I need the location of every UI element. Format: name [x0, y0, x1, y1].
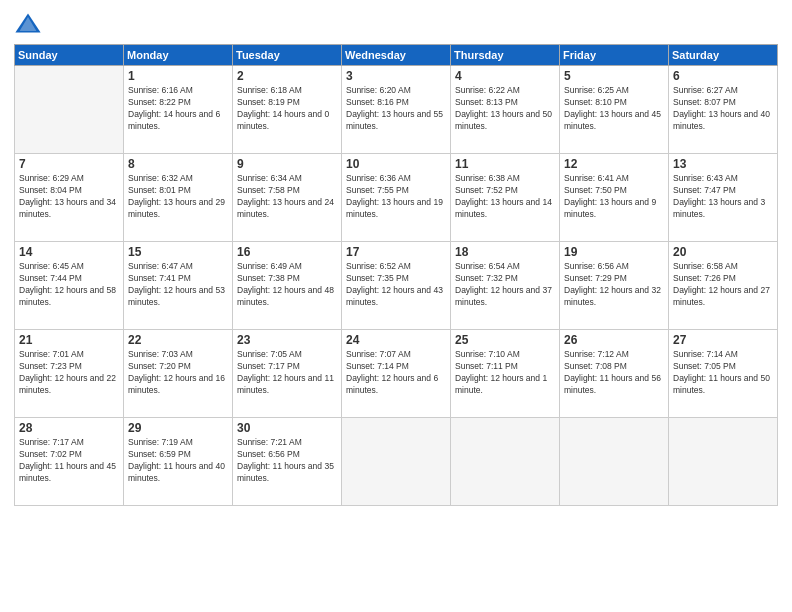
day-number: 5: [564, 69, 664, 83]
calendar-day-cell: [342, 418, 451, 506]
day-info: Sunrise: 6:43 AMSunset: 7:47 PMDaylight:…: [673, 173, 773, 221]
calendar-week-row: 1Sunrise: 6:16 AMSunset: 8:22 PMDaylight…: [15, 66, 778, 154]
day-number: 19: [564, 245, 664, 259]
day-info: Sunrise: 6:41 AMSunset: 7:50 PMDaylight:…: [564, 173, 664, 221]
day-number: 24: [346, 333, 446, 347]
logo: [14, 10, 46, 38]
day-info: Sunrise: 6:29 AMSunset: 8:04 PMDaylight:…: [19, 173, 119, 221]
calendar-day-cell: 26Sunrise: 7:12 AMSunset: 7:08 PMDayligh…: [560, 330, 669, 418]
day-number: 21: [19, 333, 119, 347]
calendar-day-cell: 25Sunrise: 7:10 AMSunset: 7:11 PMDayligh…: [451, 330, 560, 418]
day-number: 23: [237, 333, 337, 347]
calendar-day-cell: 24Sunrise: 7:07 AMSunset: 7:14 PMDayligh…: [342, 330, 451, 418]
calendar-day-cell: [15, 66, 124, 154]
day-info: Sunrise: 6:49 AMSunset: 7:38 PMDaylight:…: [237, 261, 337, 309]
weekday-header: Saturday: [669, 45, 778, 66]
day-number: 8: [128, 157, 228, 171]
calendar-day-cell: 11Sunrise: 6:38 AMSunset: 7:52 PMDayligh…: [451, 154, 560, 242]
calendar-day-cell: 23Sunrise: 7:05 AMSunset: 7:17 PMDayligh…: [233, 330, 342, 418]
day-info: Sunrise: 6:47 AMSunset: 7:41 PMDaylight:…: [128, 261, 228, 309]
calendar-week-row: 7Sunrise: 6:29 AMSunset: 8:04 PMDaylight…: [15, 154, 778, 242]
calendar-day-cell: 9Sunrise: 6:34 AMSunset: 7:58 PMDaylight…: [233, 154, 342, 242]
day-info: Sunrise: 7:01 AMSunset: 7:23 PMDaylight:…: [19, 349, 119, 397]
day-number: 30: [237, 421, 337, 435]
header: [14, 10, 778, 38]
day-info: Sunrise: 6:36 AMSunset: 7:55 PMDaylight:…: [346, 173, 446, 221]
calendar-day-cell: 7Sunrise: 6:29 AMSunset: 8:04 PMDaylight…: [15, 154, 124, 242]
calendar-day-cell: 1Sunrise: 6:16 AMSunset: 8:22 PMDaylight…: [124, 66, 233, 154]
day-number: 17: [346, 245, 446, 259]
calendar-day-cell: 21Sunrise: 7:01 AMSunset: 7:23 PMDayligh…: [15, 330, 124, 418]
calendar-day-cell: 19Sunrise: 6:56 AMSunset: 7:29 PMDayligh…: [560, 242, 669, 330]
day-info: Sunrise: 6:16 AMSunset: 8:22 PMDaylight:…: [128, 85, 228, 133]
day-info: Sunrise: 6:56 AMSunset: 7:29 PMDaylight:…: [564, 261, 664, 309]
calendar-day-cell: 6Sunrise: 6:27 AMSunset: 8:07 PMDaylight…: [669, 66, 778, 154]
day-number: 13: [673, 157, 773, 171]
weekday-header: Monday: [124, 45, 233, 66]
calendar-day-cell: 27Sunrise: 7:14 AMSunset: 7:05 PMDayligh…: [669, 330, 778, 418]
weekday-header: Friday: [560, 45, 669, 66]
calendar-week-row: 28Sunrise: 7:17 AMSunset: 7:02 PMDayligh…: [15, 418, 778, 506]
day-number: 6: [673, 69, 773, 83]
calendar-day-cell: 30Sunrise: 7:21 AMSunset: 6:56 PMDayligh…: [233, 418, 342, 506]
day-number: 7: [19, 157, 119, 171]
day-info: Sunrise: 6:25 AMSunset: 8:10 PMDaylight:…: [564, 85, 664, 133]
day-info: Sunrise: 7:07 AMSunset: 7:14 PMDaylight:…: [346, 349, 446, 397]
day-number: 18: [455, 245, 555, 259]
day-number: 10: [346, 157, 446, 171]
calendar-day-cell: 13Sunrise: 6:43 AMSunset: 7:47 PMDayligh…: [669, 154, 778, 242]
day-number: 28: [19, 421, 119, 435]
day-info: Sunrise: 6:22 AMSunset: 8:13 PMDaylight:…: [455, 85, 555, 133]
weekday-header: Tuesday: [233, 45, 342, 66]
calendar-day-cell: [451, 418, 560, 506]
weekday-header: Wednesday: [342, 45, 451, 66]
day-number: 4: [455, 69, 555, 83]
day-info: Sunrise: 6:27 AMSunset: 8:07 PMDaylight:…: [673, 85, 773, 133]
calendar-day-cell: 2Sunrise: 6:18 AMSunset: 8:19 PMDaylight…: [233, 66, 342, 154]
day-info: Sunrise: 7:10 AMSunset: 7:11 PMDaylight:…: [455, 349, 555, 397]
calendar-day-cell: 10Sunrise: 6:36 AMSunset: 7:55 PMDayligh…: [342, 154, 451, 242]
day-info: Sunrise: 6:34 AMSunset: 7:58 PMDaylight:…: [237, 173, 337, 221]
day-info: Sunrise: 6:38 AMSunset: 7:52 PMDaylight:…: [455, 173, 555, 221]
weekday-header: Sunday: [15, 45, 124, 66]
day-info: Sunrise: 6:45 AMSunset: 7:44 PMDaylight:…: [19, 261, 119, 309]
day-info: Sunrise: 6:32 AMSunset: 8:01 PMDaylight:…: [128, 173, 228, 221]
day-number: 22: [128, 333, 228, 347]
page: SundayMondayTuesdayWednesdayThursdayFrid…: [0, 0, 792, 612]
calendar-day-cell: 29Sunrise: 7:19 AMSunset: 6:59 PMDayligh…: [124, 418, 233, 506]
calendar: SundayMondayTuesdayWednesdayThursdayFrid…: [14, 44, 778, 506]
calendar-week-row: 14Sunrise: 6:45 AMSunset: 7:44 PMDayligh…: [15, 242, 778, 330]
day-info: Sunrise: 7:12 AMSunset: 7:08 PMDaylight:…: [564, 349, 664, 397]
calendar-day-cell: 28Sunrise: 7:17 AMSunset: 7:02 PMDayligh…: [15, 418, 124, 506]
calendar-day-cell: 18Sunrise: 6:54 AMSunset: 7:32 PMDayligh…: [451, 242, 560, 330]
calendar-day-cell: 20Sunrise: 6:58 AMSunset: 7:26 PMDayligh…: [669, 242, 778, 330]
calendar-week-row: 21Sunrise: 7:01 AMSunset: 7:23 PMDayligh…: [15, 330, 778, 418]
day-number: 25: [455, 333, 555, 347]
day-info: Sunrise: 6:52 AMSunset: 7:35 PMDaylight:…: [346, 261, 446, 309]
day-number: 1: [128, 69, 228, 83]
calendar-day-cell: 4Sunrise: 6:22 AMSunset: 8:13 PMDaylight…: [451, 66, 560, 154]
day-number: 9: [237, 157, 337, 171]
day-info: Sunrise: 6:18 AMSunset: 8:19 PMDaylight:…: [237, 85, 337, 133]
day-info: Sunrise: 7:14 AMSunset: 7:05 PMDaylight:…: [673, 349, 773, 397]
calendar-day-cell: 14Sunrise: 6:45 AMSunset: 7:44 PMDayligh…: [15, 242, 124, 330]
day-number: 20: [673, 245, 773, 259]
day-number: 26: [564, 333, 664, 347]
day-number: 27: [673, 333, 773, 347]
logo-icon: [14, 10, 42, 38]
day-info: Sunrise: 6:20 AMSunset: 8:16 PMDaylight:…: [346, 85, 446, 133]
day-number: 29: [128, 421, 228, 435]
day-number: 3: [346, 69, 446, 83]
calendar-day-cell: 16Sunrise: 6:49 AMSunset: 7:38 PMDayligh…: [233, 242, 342, 330]
calendar-day-cell: 3Sunrise: 6:20 AMSunset: 8:16 PMDaylight…: [342, 66, 451, 154]
day-number: 12: [564, 157, 664, 171]
day-info: Sunrise: 6:58 AMSunset: 7:26 PMDaylight:…: [673, 261, 773, 309]
calendar-day-cell: 17Sunrise: 6:52 AMSunset: 7:35 PMDayligh…: [342, 242, 451, 330]
day-info: Sunrise: 7:05 AMSunset: 7:17 PMDaylight:…: [237, 349, 337, 397]
day-number: 11: [455, 157, 555, 171]
day-number: 2: [237, 69, 337, 83]
day-number: 15: [128, 245, 228, 259]
day-number: 16: [237, 245, 337, 259]
day-info: Sunrise: 7:21 AMSunset: 6:56 PMDaylight:…: [237, 437, 337, 485]
calendar-day-cell: [560, 418, 669, 506]
